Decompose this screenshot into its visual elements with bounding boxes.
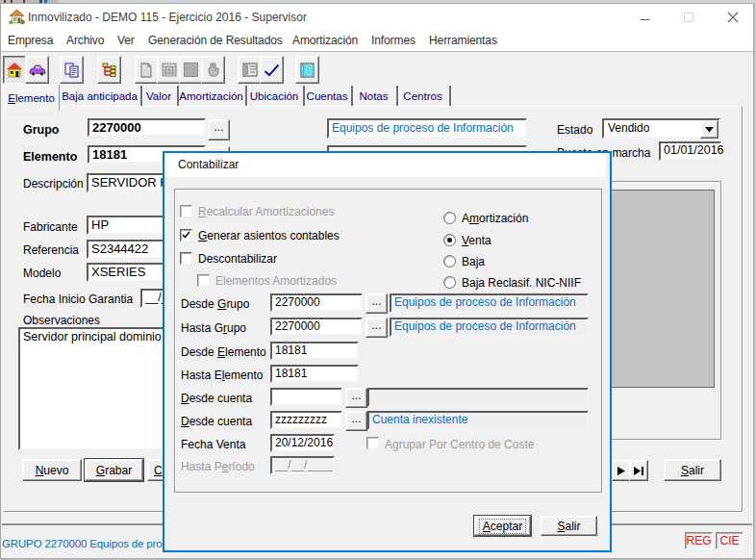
desde-cuenta-input[interactable]	[270, 388, 342, 406]
status-reg-badge: REG	[685, 532, 713, 549]
menu-informes[interactable]: Informes	[371, 34, 416, 47]
menu-empresa[interactable]: Empresa	[8, 34, 53, 47]
nuevo-button[interactable]: Nuevo	[22, 459, 82, 481]
desde-grupo-desc-text: Equipos de proceso de Información	[394, 295, 576, 309]
elementos-amortizados-checkbox[interactable]	[197, 274, 210, 287]
hasta-grupo-input[interactable]: 2270000	[270, 318, 363, 336]
browse-dots: ...	[371, 318, 381, 332]
fabricante-value: HP	[91, 217, 109, 232]
toolbar-notebook-button[interactable]	[295, 56, 319, 84]
estado-dropdown-button[interactable]	[700, 120, 718, 139]
toolbar-check-button[interactable]	[260, 56, 284, 84]
tab-ubicacion[interactable]: Ubicación	[245, 86, 305, 107]
hasta-grupo-desc-field: Equipos de proceso de Información	[390, 318, 589, 337]
estado-combo[interactable]: Vendido	[602, 118, 720, 139]
hand-icon	[206, 63, 221, 78]
hasta-grupo-browse-button[interactable]: ...	[365, 318, 388, 338]
dialog-salir-button[interactable]: Salir	[541, 516, 597, 536]
close-button[interactable]	[711, 4, 754, 30]
toolbar-tree-button[interactable]	[97, 56, 121, 84]
window-title: Inmovilizado - DEMO 115 - Ejercicio 2016…	[28, 11, 307, 24]
estado-label: Estado	[557, 123, 592, 137]
tab-centros[interactable]: Centros	[396, 86, 451, 107]
radio-dot	[447, 238, 452, 242]
elementos-amortizados-label: Elementos Amortizados	[215, 274, 337, 288]
desde-cuenta2-value: zzzzzzzzz	[275, 413, 327, 426]
elemento-value: 18181	[92, 147, 127, 162]
next-record-icon	[617, 467, 625, 475]
toolbar-grid-button[interactable]	[157, 56, 181, 84]
toolbar-vehicle-button[interactable]	[25, 56, 49, 84]
menu-ver[interactable]: Ver	[117, 34, 135, 47]
salir-button[interactable]: Salir	[664, 459, 721, 481]
desde-cuenta2-input[interactable]: zzzzzzzzz	[270, 411, 342, 429]
desde-grupo-input[interactable]: 2270000	[270, 293, 363, 312]
grid-icon	[162, 63, 177, 77]
baja-reclasif-radio[interactable]	[443, 276, 456, 289]
desde-elemento-label: Desde Elemento	[181, 345, 266, 359]
tab-elemento[interactable]: Elemento	[3, 85, 60, 111]
menu-herramientas[interactable]: Herramientas	[429, 34, 497, 47]
desde-cuenta2-label: Desde cuenta	[181, 415, 252, 428]
hasta-periodo-label: Hasta Período	[181, 460, 255, 473]
aceptar-button[interactable]: Aceptar	[474, 516, 531, 536]
menu-archivo[interactable]: Archivo	[66, 34, 104, 47]
toolbar-hand-button[interactable]	[201, 56, 225, 84]
agrupar-checkbox[interactable]	[366, 437, 379, 449]
hasta-elemento-input[interactable]: 18181	[270, 365, 359, 383]
baja-radio[interactable]	[443, 255, 456, 267]
hasta-elemento-label: Hasta Elemento	[181, 369, 263, 382]
toolbar-new-button[interactable]	[135, 56, 159, 84]
generar-asientos-label: Generar asientos contables	[198, 229, 340, 242]
recalcular-checkbox[interactable]	[180, 205, 192, 217]
desde-grupo-browse-button[interactable]: ...	[365, 293, 388, 314]
tab-valor[interactable]: Valor	[140, 86, 179, 107]
maximize-button[interactable]	[667, 4, 710, 30]
tree-icon	[102, 63, 117, 78]
menu-generacion[interactable]: Generación de Resultados	[148, 34, 283, 47]
fabricante-label: Fabricante	[23, 220, 78, 234]
toolbar-detail-button[interactable]	[238, 56, 262, 84]
next-record-button[interactable]	[612, 460, 631, 481]
toolbar-home-button[interactable]	[3, 56, 27, 84]
grabar-button[interactable]: Grabar	[85, 459, 143, 481]
observaciones-label: Observaciones	[23, 314, 100, 327]
dialog-title-bar[interactable]: Contabilizar	[164, 153, 606, 177]
minimize-button[interactable]	[623, 4, 667, 30]
descontabilizar-label: Descontabilizar	[198, 252, 277, 266]
grupo-desc-text: Equipos de proceso de Información	[332, 121, 514, 135]
fecha-venta-input[interactable]: 20/12/2016	[270, 434, 335, 452]
menu-amortizacion[interactable]: Amortización	[292, 34, 358, 47]
generar-asientos-checkbox[interactable]	[180, 229, 192, 242]
tab-amortizacion[interactable]: Amortización	[177, 86, 247, 107]
desde-cuenta-browse-button[interactable]: ...	[345, 388, 367, 408]
close-icon	[727, 12, 739, 23]
hasta-grupo-label: Hasta Grupo	[181, 321, 246, 335]
venta-radio[interactable]	[443, 234, 456, 246]
photo-placeholder	[611, 190, 715, 388]
maximize-icon	[684, 13, 693, 22]
desde-elemento-input[interactable]: 18181	[270, 342, 359, 360]
app-house-icon	[9, 9, 25, 25]
puesta-input[interactable]: 01/01/2016	[659, 141, 721, 161]
last-record-button[interactable]	[629, 460, 648, 481]
toolbar-copy-button[interactable]	[60, 56, 84, 84]
grupo-input[interactable]: 2270000	[88, 118, 206, 137]
tab-baja-anticipada[interactable]: Baja anticipada	[59, 86, 142, 107]
grupo-browse-button[interactable]: ...	[208, 119, 230, 140]
garantia-label: Fecha Inicio Garantia	[23, 293, 133, 306]
desde-cuenta2-browse-button[interactable]: ...	[345, 411, 367, 431]
hasta-periodo-input[interactable]: __/__/____	[270, 456, 335, 474]
grupo-desc-field: Equipos de proceso de Información	[327, 118, 527, 139]
tab-cuentas[interactable]: Cuentas	[303, 86, 353, 107]
modelo-value: XSERIES	[91, 265, 145, 279]
recalcular-label: Recalcular Amortizaciones	[198, 205, 334, 218]
desde-cuenta2-desc-text: Cuenta inexistente	[372, 413, 467, 426]
desde-elemento-value: 18181	[275, 344, 307, 357]
amortizacion-radio[interactable]	[443, 212, 456, 224]
puesta-value: 01/01/2016	[664, 143, 724, 157]
tab-notas[interactable]: Notas	[351, 86, 398, 107]
amortizacion-radio-label: Amortización	[462, 212, 528, 225]
descontabilizar-checkbox[interactable]	[180, 252, 192, 265]
toolbar-square-button[interactable]	[179, 56, 203, 84]
